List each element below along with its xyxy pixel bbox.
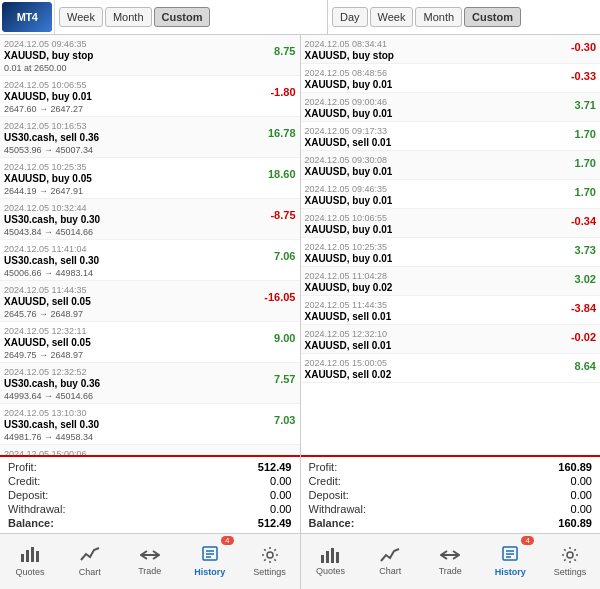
nav-trade-right[interactable]: Trade: [420, 534, 480, 589]
trade-value: 18.60: [268, 160, 296, 180]
trade-detail: 2649.75 → 2648.97: [4, 350, 83, 360]
balance-label: Balance:: [309, 517, 355, 529]
profit-label: Profit:: [309, 461, 338, 473]
svg-rect-11: [326, 551, 329, 563]
trade-action: XAUUSD, sell 0.02: [305, 369, 392, 380]
trade-timestamp: 2024.12.05 08:34:41: [305, 39, 388, 49]
history-icon: [200, 546, 220, 566]
nav-settings-left[interactable]: Settings: [240, 534, 300, 589]
trade-action: US30.cash, buy 0.30: [4, 214, 100, 225]
svg-rect-12: [331, 548, 334, 563]
nav-label: Quotes: [15, 567, 44, 577]
trade-action: XAUUSD, buy 0.01: [305, 195, 393, 206]
trade-timestamp: 2024.12.05 11:44:35: [305, 300, 388, 310]
logo: MT4: [2, 2, 52, 32]
table-row: 2024.12.05 11:41:04 US30.cash, sell 0.30…: [0, 240, 300, 281]
trade-timestamp: 2024.12.05 09:00:46: [305, 97, 388, 107]
trade-timestamp: 2024.12.05 12:32:11: [4, 326, 87, 336]
right-summary: Profit: 160.89 Credit: 0.00 Deposit: 0.0…: [301, 455, 601, 533]
credit-value: 0.00: [270, 475, 291, 487]
trade-value: 3.02: [575, 269, 596, 285]
trade-detail: 45043.84 → 45014.66: [4, 227, 93, 237]
deposit-value: 0.00: [571, 489, 592, 501]
trade-value: 8.64: [575, 356, 596, 372]
trade-icon-right: [440, 547, 460, 565]
trade-detail: 44993.64 → 45014.66: [4, 391, 93, 401]
right-nav: Quotes Chart Trade History 4: [301, 534, 601, 589]
table-row: 2024.12.05 10:06:55 XAUUSD, buy 0.01 264…: [0, 76, 300, 117]
trade-timestamp: 2024.12.05 09:17:33: [305, 126, 388, 136]
credit-value: 0.00: [571, 475, 592, 487]
table-row: 2024.12.05 12:32:10 XAUUSD, sell 0.01 -0…: [301, 325, 601, 354]
trade-value: -1.80: [270, 78, 295, 98]
trade-value: -0.02: [571, 327, 596, 343]
nav-quotes-left[interactable]: Quotes: [0, 534, 60, 589]
nav-label: Trade: [439, 566, 462, 576]
trade-value: 9.00: [274, 324, 295, 344]
trade-timestamp: 2024.12.05 10:25:35: [4, 162, 87, 172]
left-summary: Profit: 512.49 Credit: 0.00 Deposit: 0.0…: [0, 455, 300, 533]
right-tab-row: Day Week Month Custom: [328, 0, 600, 34]
nav-label: Chart: [79, 567, 101, 577]
right-tab-month[interactable]: Month: [415, 7, 462, 27]
right-tab-week[interactable]: Week: [370, 7, 414, 27]
nav-chart-right[interactable]: Chart: [360, 534, 420, 589]
right-tab-day[interactable]: Day: [332, 7, 368, 27]
trade-timestamp: 2024.12.05 08:48:56: [305, 68, 388, 78]
trade-action: XAUUSD, buy 0.01: [305, 108, 393, 119]
trade-detail: 0.01 at 2650.00: [4, 63, 67, 73]
left-tab-week[interactable]: Week: [59, 7, 103, 27]
profit-label: Profit:: [8, 461, 37, 473]
bottom-nav: Quotes Chart Trade History 4: [0, 533, 600, 589]
trade-detail: 45053.96 → 45007.34: [4, 145, 93, 155]
trade-timestamp: 2024.12.05 10:06:55: [305, 213, 388, 223]
profit-value: 160.89: [558, 461, 592, 473]
trade-value: 3.71: [575, 95, 596, 111]
trade-timestamp: 2024.12.05 15:00:05: [305, 358, 388, 368]
withdrawal-value: 0.00: [270, 503, 291, 515]
svg-rect-0: [21, 554, 24, 562]
balance-value: 160.89: [558, 517, 592, 529]
table-row: 2024.12.05 10:25:35 XAUUSD, buy 0.05 264…: [0, 158, 300, 199]
table-row: 2024.12.05 08:34:41 XAUUSD, buy stop -0.…: [301, 35, 601, 64]
nav-settings-right[interactable]: Settings: [540, 534, 600, 589]
svg-rect-3: [36, 551, 39, 562]
credit-label: Credit:: [8, 475, 40, 487]
left-tab-custom[interactable]: Custom: [154, 7, 211, 27]
table-row: 2024.12.05 11:44:35 XAUUSD, sell 0.05 26…: [0, 281, 300, 322]
trade-timestamp: 2024.12.05 11:04:28: [305, 271, 388, 281]
trade-value: 7.03: [274, 406, 295, 426]
left-tab-row: Week Month Custom: [55, 0, 328, 34]
settings-icon: [261, 546, 279, 566]
left-tab-month[interactable]: Month: [105, 7, 152, 27]
nav-label: Chart: [379, 566, 401, 576]
right-tab-custom[interactable]: Custom: [464, 7, 521, 27]
trade-action: XAUUSD, buy 0.01: [4, 91, 92, 102]
withdrawal-label: Withdrawal:: [8, 503, 65, 515]
withdrawal-value: 0.00: [571, 503, 592, 515]
trade-value: 49.20: [268, 447, 296, 455]
trade-action: XAUUSD, sell 0.05: [4, 296, 91, 307]
nav-chart-left[interactable]: Chart: [60, 534, 120, 589]
nav-label: Settings: [554, 567, 587, 577]
trade-value: -0.34: [571, 211, 596, 227]
nav-history-left[interactable]: History 4: [180, 534, 240, 589]
trade-action: XAUUSD, sell 0.01: [305, 311, 392, 322]
trade-timestamp: 2024.12.05 10:25:35: [305, 242, 388, 252]
trade-action: XAUUSD, buy 0.01: [305, 166, 393, 177]
left-panel: 2024.12.05 09:46:35 XAUUSD, buy stop 0.0…: [0, 35, 301, 533]
table-row: 2024.12.05 09:17:33 XAUUSD, sell 0.01 1.…: [301, 122, 601, 151]
nav-label: Trade: [138, 566, 161, 576]
table-row: 2024.12.05 11:04:28 XAUUSD, buy 0.02 3.0…: [301, 267, 601, 296]
trade-timestamp: 2024.12.05 09:46:35: [305, 184, 388, 194]
trade-value: 7.57: [274, 365, 295, 385]
nav-history-right[interactable]: History 4: [480, 534, 540, 589]
trade-value: 1.70: [575, 124, 596, 140]
nav-trade-left[interactable]: Trade: [120, 534, 180, 589]
nav-quotes-right[interactable]: Quotes: [301, 534, 361, 589]
left-trade-list: 2024.12.05 09:46:35 XAUUSD, buy stop 0.0…: [0, 35, 300, 455]
nav-label: History: [495, 567, 526, 577]
nav-label: Quotes: [316, 566, 345, 576]
trade-action: XAUUSD, buy 0.02: [305, 282, 393, 293]
table-row: 2024.12.05 10:16:53 US30.cash, sell 0.36…: [0, 117, 300, 158]
